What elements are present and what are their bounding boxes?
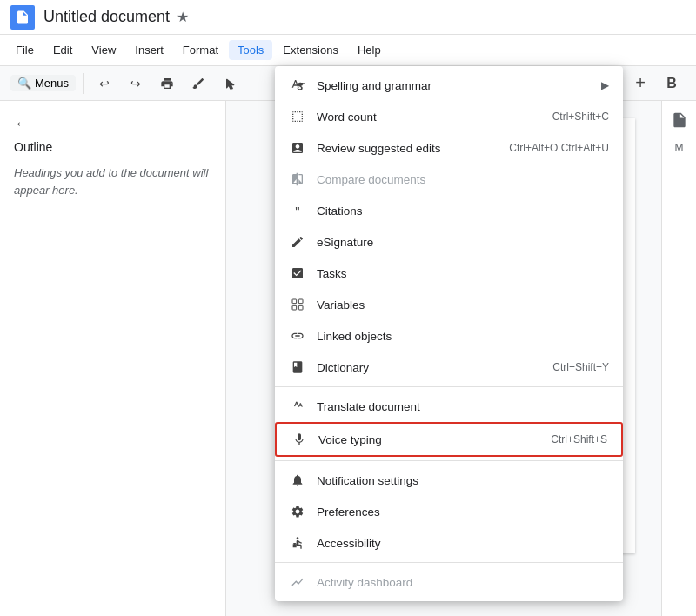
menu-tools[interactable]: Tools [229, 40, 272, 60]
svg-rect-0 [292, 299, 297, 304]
menu-item-preferences[interactable]: Preferences [275, 496, 623, 527]
word-count-icon [289, 108, 306, 125]
menu-item-review-suggested[interactable]: Review suggested edits Ctrl+Alt+O Ctrl+A… [275, 132, 623, 164]
undo-button[interactable]: ↩ [90, 70, 118, 97]
menu-item-esignature[interactable]: eSignature [275, 226, 623, 258]
spelling-grammar-arrow: ▶ [601, 79, 609, 91]
svg-rect-2 [292, 305, 297, 310]
sidebar: ← Outline Headings you add to the docume… [0, 101, 226, 616]
svg-rect-3 [298, 305, 303, 310]
toolbar-separator-2 [251, 73, 251, 94]
menu-item-tasks[interactable]: Tasks [275, 258, 623, 289]
spelling-grammar-icon [289, 77, 306, 94]
linked-objects-label: Linked objects [317, 330, 609, 343]
menu-item-accessibility[interactable]: Accessibility [275, 527, 623, 559]
menu-item-variables[interactable]: Variables [275, 289, 623, 320]
translate-document-label: Translate document [317, 400, 609, 413]
review-suggested-shortcut: Ctrl+Alt+O Ctrl+Alt+U [509, 142, 609, 154]
citations-icon: " [289, 202, 306, 219]
tasks-icon [289, 264, 306, 282]
menus-button[interactable]: 🔍 Menus [10, 75, 76, 91]
menu-help[interactable]: Help [349, 40, 390, 60]
activity-dashboard-icon [289, 573, 306, 591]
notification-settings-label: Notification settings [317, 474, 609, 487]
menu-edit[interactable]: Edit [44, 40, 81, 60]
dictionary-shortcut: Ctrl+Shift+Y [552, 361, 609, 373]
variables-icon [289, 296, 306, 313]
dropdown-divider-2 [275, 460, 623, 461]
svg-point-4 [297, 537, 299, 539]
doc-icon [10, 5, 35, 30]
word-count-shortcut: Ctrl+Shift+C [552, 110, 609, 123]
word-count-label: Word count [317, 110, 539, 124]
menu-item-translate-document[interactable]: ᴬᴬ Translate document [275, 391, 623, 422]
document-title[interactable]: Untitled document [44, 8, 170, 26]
menu-item-dictionary[interactable]: Dictionary Ctrl+Shift+Y [275, 352, 623, 383]
sidebar-empty-text: Headings you add to the document will ap… [14, 164, 211, 198]
menu-item-activity-dashboard: Activity dashboard [275, 566, 623, 598]
menu-bar: File Edit View Insert Format Tools Exten… [0, 35, 696, 66]
right-panel: M [661, 101, 696, 616]
preferences-label: Preferences [317, 506, 609, 519]
linked-objects-icon [289, 327, 306, 345]
menu-item-voice-typing[interactable]: Voice typing Ctrl+Shift+S [275, 422, 623, 457]
menu-item-spelling-grammar[interactable]: Spelling and grammar ▶ [275, 70, 623, 101]
toolbar-separator-1 [83, 73, 84, 94]
star-icon[interactable]: ★ [177, 9, 189, 25]
tools-dropdown-menu: Spelling and grammar ▶ Word count Ctrl+S… [275, 66, 623, 601]
accessibility-icon [289, 534, 306, 552]
dictionary-icon [289, 358, 306, 376]
menu-file[interactable]: File [7, 40, 43, 60]
menu-view[interactable]: View [83, 40, 124, 60]
compare-documents-icon [289, 171, 306, 188]
menu-item-linked-objects[interactable]: Linked objects [275, 320, 623, 352]
translate-document-icon: ᴬᴬ [289, 398, 306, 415]
search-icon: 🔍 [17, 77, 31, 90]
right-panel-icon[interactable] [671, 111, 688, 131]
preferences-icon [289, 503, 306, 520]
menu-extensions[interactable]: Extensions [274, 40, 347, 60]
paint-button[interactable] [184, 70, 212, 97]
dropdown-divider-1 [275, 386, 623, 387]
menu-insert[interactable]: Insert [126, 40, 172, 60]
print-button[interactable] [153, 70, 181, 97]
citations-label: Citations [317, 204, 609, 218]
voice-typing-label: Voice typing [318, 433, 537, 446]
voice-typing-shortcut: Ctrl+Shift+S [551, 433, 607, 445]
menu-item-word-count[interactable]: Word count Ctrl+Shift+C [275, 101, 623, 132]
review-suggested-label: Review suggested edits [317, 142, 495, 155]
voice-typing-icon [291, 431, 308, 448]
esignature-label: eSignature [317, 236, 609, 249]
menu-format[interactable]: Format [174, 40, 227, 60]
menus-label: Menus [35, 77, 69, 90]
redo-button[interactable]: ↪ [122, 70, 150, 97]
spelling-grammar-label: Spelling and grammar [317, 79, 601, 92]
esignature-icon [289, 233, 306, 251]
add-button[interactable]: + [626, 70, 654, 97]
dictionary-label: Dictionary [317, 361, 539, 374]
title-bar: Untitled document ★ [0, 0, 696, 35]
menu-item-compare-documents: Compare documents [275, 164, 623, 195]
menu-item-notification-settings[interactable]: Notification settings [275, 465, 623, 496]
dropdown-divider-3 [275, 562, 623, 563]
tasks-label: Tasks [317, 267, 609, 280]
notification-settings-icon [289, 472, 306, 489]
menu-item-citations[interactable]: " Citations [275, 195, 623, 226]
bold-button[interactable]: B [658, 70, 686, 97]
toolbar-right: + B [626, 70, 686, 97]
cursor-button[interactable] [216, 70, 244, 97]
accessibility-label: Accessibility [317, 537, 609, 550]
activity-dashboard-label: Activity dashboard [317, 576, 609, 589]
review-suggested-icon [289, 139, 306, 157]
variables-label: Variables [317, 298, 609, 311]
compare-documents-label: Compare documents [317, 173, 609, 186]
svg-rect-1 [298, 299, 303, 304]
right-panel-label: M [675, 142, 684, 154]
sidebar-title: Outline [14, 140, 211, 154]
sidebar-back-button[interactable]: ← [14, 115, 211, 133]
